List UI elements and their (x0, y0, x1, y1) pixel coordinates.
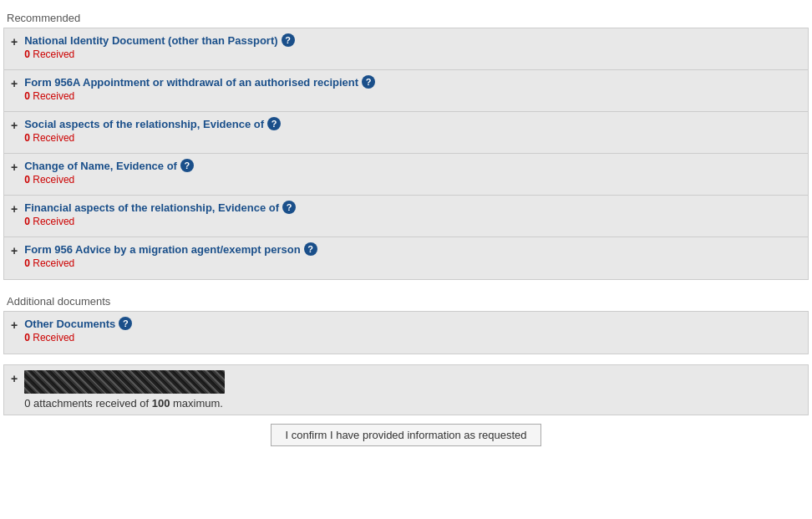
document-row: + Form 956A Appointment or withdrawal of… (4, 70, 808, 112)
other-documents-content: Other Documents ? 0 Received (24, 317, 801, 343)
form-956-content: Form 956 Advice by a migration agent/exe… (24, 242, 801, 269)
financial-aspects-content: Financial aspects of the relationship, E… (24, 201, 801, 227)
change-of-name-received: 0 Received (24, 174, 801, 186)
additional-document-list: + Other Documents ? 0 Received (3, 311, 809, 354)
expand-financial-aspects-button[interactable]: + (11, 202, 18, 216)
financial-aspects-help-icon[interactable]: ? (282, 201, 296, 214)
recommended-section: Recommended + National Identity Document… (3, 7, 809, 280)
document-row: + Financial aspects of the relationship,… (4, 196, 808, 237)
national-identity-help-icon[interactable]: ? (282, 33, 295, 47)
document-row: + Social aspects of the relationship, Ev… (4, 112, 808, 154)
social-aspects-received: 0 Received (24, 132, 801, 144)
attachment-content: 0 attachments received of 100 maximum. (24, 370, 801, 410)
expand-national-identity-button[interactable]: + (11, 35, 18, 48)
form-956-help-icon[interactable]: ? (304, 242, 317, 256)
confirm-row: I confirm I have provided information as… (3, 415, 809, 450)
form-956a-content: Form 956A Appointment or withdrawal of a… (24, 75, 801, 102)
form-956a-title: Form 956A Appointment or withdrawal of a… (24, 75, 801, 89)
recommended-title: Recommended (3, 7, 809, 28)
additional-title: Additional documents (3, 290, 809, 311)
expand-form-956a-button[interactable]: + (11, 77, 18, 90)
additional-section: Additional documents + Other Documents ?… (3, 290, 809, 354)
national-identity-title: National Identity Document (other than P… (24, 33, 801, 47)
form-956a-received: 0 Received (24, 90, 801, 102)
expand-attachment-button[interactable]: + (11, 372, 18, 385)
document-row: + Form 956 Advice by a migration agent/e… (4, 237, 808, 279)
other-documents-received: 0 Received (24, 332, 801, 343)
social-aspects-title: Social aspects of the relationship, Evid… (24, 117, 801, 130)
attachment-row: + 0 attachments received of 100 maximum. (3, 364, 809, 415)
attachment-text: 0 attachments received of 100 maximum. (24, 397, 801, 410)
other-documents-title: Other Documents ? (24, 317, 801, 330)
form-956-title: Form 956 Advice by a migration agent/exe… (24, 242, 801, 256)
expand-social-aspects-button[interactable]: + (11, 119, 18, 132)
form-956-received: 0 Received (24, 257, 801, 269)
document-row: + National Identity Document (other than… (4, 28, 808, 70)
recommended-document-list: + National Identity Document (other than… (3, 28, 809, 280)
national-identity-content: National Identity Document (other than P… (24, 33, 801, 60)
expand-change-of-name-button[interactable]: + (11, 160, 18, 174)
other-documents-help-icon[interactable]: ? (119, 317, 132, 330)
confirm-button[interactable]: I confirm I have provided information as… (271, 424, 540, 446)
social-aspects-help-icon[interactable]: ? (267, 117, 281, 130)
change-of-name-help-icon[interactable]: ? (180, 159, 194, 172)
form-956a-help-icon[interactable]: ? (362, 75, 375, 89)
financial-aspects-received: 0 Received (24, 216, 801, 227)
change-of-name-title: Change of Name, Evidence of ? (24, 159, 801, 172)
page-container: Recommended + National Identity Document… (0, 0, 812, 456)
national-identity-received: 0 Received (24, 48, 801, 60)
expand-form-956-button[interactable]: + (11, 244, 18, 257)
expand-other-documents-button[interactable]: + (11, 318, 18, 332)
document-row: + Other Documents ? 0 Received (4, 312, 808, 354)
social-aspects-content: Social aspects of the relationship, Evid… (24, 117, 801, 144)
change-of-name-content: Change of Name, Evidence of ? 0 Received (24, 159, 801, 186)
redacted-image (24, 370, 225, 394)
document-row: + Change of Name, Evidence of ? 0 Receiv… (4, 154, 808, 196)
financial-aspects-title: Financial aspects of the relationship, E… (24, 201, 801, 214)
